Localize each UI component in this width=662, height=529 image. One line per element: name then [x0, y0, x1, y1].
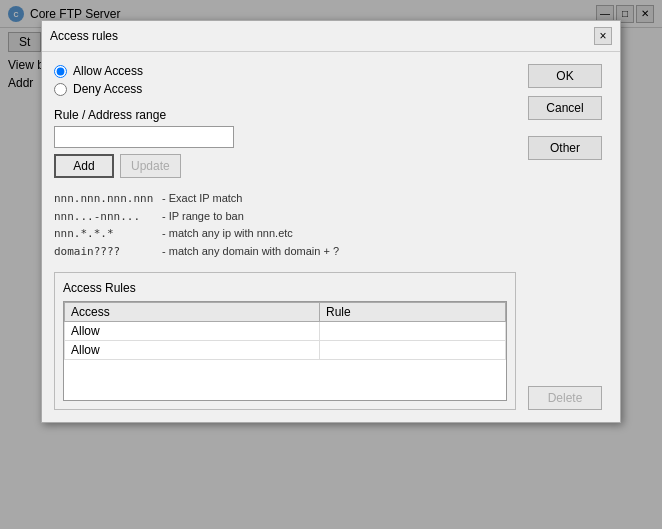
help-line-3: nnn.*.*.* - match any ip with nnn.etc	[54, 225, 516, 243]
deny-access-label: Deny Access	[73, 82, 142, 96]
help-pattern-3: nnn.*.*.*	[54, 225, 154, 243]
access-cell-1: Allow	[65, 322, 320, 341]
radio-group: Allow Access Deny Access	[54, 64, 516, 96]
dialog-title: Access rules	[50, 29, 118, 43]
dialog-titlebar: Access rules ×	[42, 21, 620, 52]
add-button[interactable]: Add	[54, 154, 114, 178]
help-line-4: domain???? - match any domain with domai…	[54, 243, 516, 261]
access-rules-container: Access Rules Access Rule	[54, 272, 516, 410]
help-pattern-1: nnn.nnn.nnn.nnn	[54, 190, 154, 208]
deny-access-radio-label[interactable]: Deny Access	[54, 82, 516, 96]
allow-access-radio[interactable]	[54, 65, 67, 78]
access-rules-table-container[interactable]: Access Rule Allow	[63, 301, 507, 401]
delete-button[interactable]: Delete	[528, 386, 602, 410]
right-panel: OK Cancel Other Delete	[528, 64, 608, 410]
cancel-button[interactable]: Cancel	[528, 96, 602, 120]
ok-button[interactable]: OK	[528, 64, 602, 88]
address-range-label: Rule / Address range	[54, 108, 516, 122]
help-desc-2: - IP range to ban	[162, 208, 244, 226]
help-desc-3: - match any ip with nnn.etc	[162, 225, 293, 243]
help-line-2: nnn...-nnn... - IP range to ban	[54, 208, 516, 226]
allow-access-label: Allow Access	[73, 64, 143, 78]
col-access: Access	[65, 303, 320, 322]
help-desc-4: - match any domain with domain + ?	[162, 243, 339, 261]
access-rules-table: Access Rule Allow	[64, 302, 506, 360]
address-range-section: Rule / Address range Add Update	[54, 108, 516, 178]
access-cell-2: Allow	[65, 341, 320, 360]
allow-access-radio-label[interactable]: Allow Access	[54, 64, 516, 78]
dialog-close-button[interactable]: ×	[594, 27, 612, 45]
button-row: Add Update	[54, 154, 516, 178]
access-rules-dialog: Access rules × Allow Access Den	[41, 20, 621, 423]
update-button[interactable]: Update	[120, 154, 181, 178]
left-panel: Allow Access Deny Access Rule / Address …	[54, 64, 516, 410]
help-text: nnn.nnn.nnn.nnn - Exact IP match nnn...-…	[54, 190, 516, 260]
other-button[interactable]: Other	[528, 136, 602, 160]
main-window: C Core FTP Server — □ ✕ St t View by Add…	[0, 0, 662, 529]
deny-access-radio[interactable]	[54, 83, 67, 96]
table-row[interactable]: Allow	[65, 341, 506, 360]
col-rule: Rule	[320, 303, 506, 322]
address-range-input[interactable]	[54, 126, 234, 148]
help-pattern-2: nnn...-nnn...	[54, 208, 154, 226]
dialog-overlay: Access rules × Allow Access Den	[0, 0, 662, 529]
table-header-row: Access Rule	[65, 303, 506, 322]
dialog-content: Allow Access Deny Access Rule / Address …	[42, 52, 620, 422]
help-pattern-4: domain????	[54, 243, 154, 261]
table-row[interactable]: Allow	[65, 322, 506, 341]
rule-cell-2	[320, 341, 506, 360]
access-rules-title: Access Rules	[63, 281, 507, 295]
help-desc-1: - Exact IP match	[162, 190, 243, 208]
help-line-1: nnn.nnn.nnn.nnn - Exact IP match	[54, 190, 516, 208]
rule-cell-1	[320, 322, 506, 341]
